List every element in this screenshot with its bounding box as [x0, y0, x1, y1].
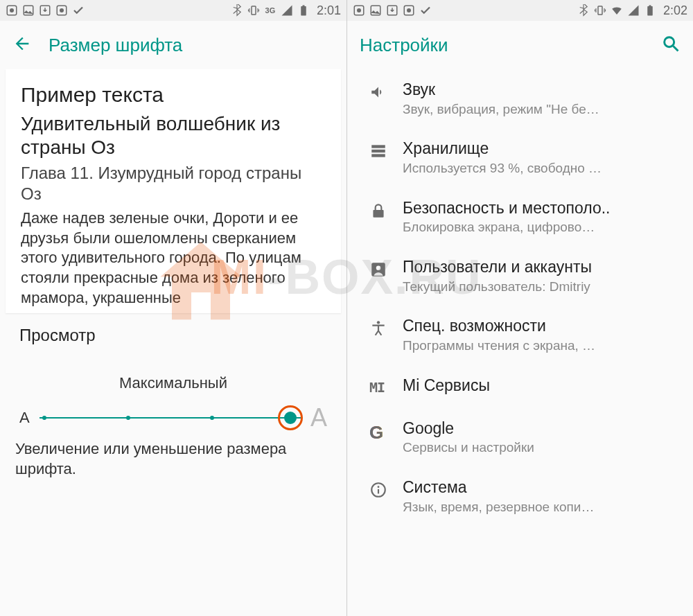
svg-point-1	[10, 8, 14, 12]
check-icon	[419, 4, 432, 17]
font-size-slider[interactable]: A A	[0, 392, 346, 437]
clock-text: 2:01	[317, 3, 341, 18]
sample-body: Даже надев зеленые очки, Дороти и ее дру…	[21, 209, 326, 308]
svg-rect-21	[371, 155, 385, 157]
content-area: Пример текста Удивительный волшебник из …	[0, 69, 346, 616]
clock-text: 2:02	[663, 3, 687, 18]
phone-settings: 2:02 Настройки ЗвукЗвук, вибрация, режим…	[346, 0, 693, 616]
sample-chapter: Глава 11. Изумрудный город страны Оз	[21, 163, 326, 204]
google-icon: G	[354, 419, 403, 440]
slider-track[interactable]	[40, 410, 301, 426]
svg-rect-17	[649, 6, 651, 7]
setting-subtitle: Звук, вибрация, режим "Не бе…	[403, 101, 679, 118]
setting-subtitle: Программы чтения с экрана, …	[403, 337, 679, 354]
setting-subtitle: Сервисы и настройки	[403, 439, 679, 456]
accessibility-icon	[354, 317, 403, 337]
setting-title: Google	[403, 419, 679, 439]
sample-card: Пример текста Удивительный волшебник из …	[6, 69, 341, 313]
setting-subtitle: Используется 93 %, свободно …	[403, 160, 679, 177]
setting-title: Хранилище	[403, 139, 679, 159]
vibrate-icon	[594, 4, 606, 17]
setting-title: Безопасность и местополо..	[403, 199, 679, 218]
download-icon	[386, 4, 398, 17]
setting-item-system[interactable]: СистемаЯзык, время, резервное копи…	[347, 467, 693, 526]
image-icon	[22, 4, 35, 17]
svg-rect-7	[301, 6, 306, 16]
setting-title: Mi Сервисы	[403, 376, 679, 396]
svg-rect-28	[378, 489, 379, 494]
signal-icon	[627, 4, 640, 17]
slider-description: Увеличение или уменьшение размера шрифта…	[0, 437, 346, 482]
sample-title: Удивительный волшебник из страны Оз	[21, 112, 326, 159]
bluetooth-icon	[231, 4, 243, 17]
setting-item-accounts[interactable]: Пользователи и аккаунтыТекущий пользоват…	[347, 247, 693, 306]
volume-icon	[354, 80, 403, 101]
back-button[interactable]	[12, 34, 32, 56]
account-icon	[354, 258, 403, 279]
setting-item-security[interactable]: Безопасность и местополо..Блокировка экр…	[347, 188, 693, 247]
status-bar: 2:02	[347, 0, 693, 21]
slider-min-label: A	[19, 409, 30, 427]
svg-rect-19	[371, 146, 385, 148]
setting-item-sound[interactable]: ЗвукЗвук, вибрация, режим "Не бе…	[347, 69, 693, 128]
svg-point-10	[357, 8, 361, 12]
appbar-title: Настройки	[360, 35, 448, 56]
setting-title: Система	[403, 478, 679, 498]
notif-icon	[6, 4, 18, 17]
svg-rect-8	[302, 6, 304, 7]
setting-item-accessibility[interactable]: Спец. возможностиПрограммы чтения с экра…	[347, 306, 693, 364]
setting-item-storage[interactable]: ХранилищеИспользуется 93 %, свободно …	[347, 128, 693, 187]
svg-rect-15	[598, 6, 602, 15]
svg-point-18	[665, 37, 674, 47]
bluetooth-icon	[577, 4, 590, 17]
setting-title: Звук	[403, 80, 679, 100]
setting-item-mi-services[interactable]: MI Mi Сервисы	[347, 365, 693, 408]
phone-font-size: 3G 2:01 Размер шрифта Пример текста Удив…	[0, 0, 346, 616]
settings-list[interactable]: ЗвукЗвук, вибрация, режим "Не бе… Хранил…	[347, 69, 693, 616]
storage-icon	[354, 139, 403, 160]
svg-rect-20	[371, 150, 385, 152]
sample-heading: Пример текста	[21, 83, 326, 107]
arrow-back-icon	[12, 34, 32, 53]
setting-subtitle: Текущий пользователь: Dmitriy	[403, 279, 679, 295]
setting-subtitle: Блокировка экрана, цифрово…	[403, 219, 679, 236]
slider-max-label: A	[310, 403, 327, 432]
svg-rect-6	[252, 6, 256, 15]
svg-point-14	[407, 8, 411, 12]
download-icon	[39, 4, 51, 17]
preview-label: Просмотр	[0, 313, 346, 353]
slider-highlight-ring	[278, 405, 303, 430]
notif2-icon	[403, 4, 415, 17]
svg-point-24	[376, 266, 381, 271]
svg-rect-22	[373, 210, 383, 218]
svg-point-25	[377, 322, 380, 324]
network-label: 3G	[264, 4, 277, 17]
check-icon	[72, 4, 85, 17]
svg-point-5	[60, 8, 64, 12]
vibrate-icon	[247, 4, 260, 17]
appbar-title: Размер шрифта	[49, 35, 182, 56]
lock-icon	[354, 199, 403, 220]
setting-subtitle: Язык, время, резервное копи…	[403, 499, 679, 516]
info-icon	[354, 478, 403, 499]
notif2-icon	[55, 4, 68, 17]
slider-level-label: Максимальный	[0, 374, 346, 392]
search-icon	[661, 34, 681, 53]
notif-icon	[353, 4, 365, 17]
setting-title: Спец. возможности	[403, 317, 679, 336]
wifi-icon	[611, 4, 623, 17]
setting-item-google[interactable]: G GoogleСервисы и настройки	[347, 408, 693, 467]
appbar: Настройки	[347, 21, 693, 69]
signal-icon	[281, 4, 293, 17]
appbar: Размер шрифта	[0, 21, 346, 69]
svg-point-27	[378, 486, 380, 488]
image-icon	[369, 4, 382, 17]
battery-icon	[297, 4, 310, 17]
svg-rect-16	[647, 6, 653, 16]
battery-icon	[644, 4, 656, 17]
status-bar: 3G 2:01	[0, 0, 346, 21]
setting-title: Пользователи и аккаунты	[403, 258, 679, 277]
search-button[interactable]	[661, 34, 681, 56]
mi-icon: MI	[354, 376, 403, 397]
